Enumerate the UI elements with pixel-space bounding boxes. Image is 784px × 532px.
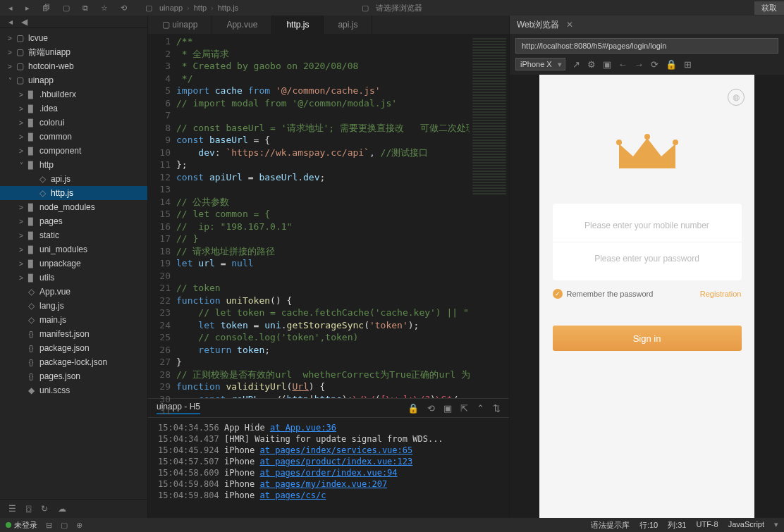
grid-icon[interactable]: ⊞ [684,59,692,70]
tree-item-lang-js[interactable]: lang.js [0,299,147,313]
misc-icon[interactable]: ⊕ [76,521,82,530]
tab-api-js[interactable]: api.js [324,16,372,34]
remember-label: Remember the password [567,290,654,298]
console-output[interactable]: 15:04:34.356 App Hide at App.vue:3615:04… [148,418,509,518]
lock-icon[interactable]: 🔒 [408,403,419,414]
cloud-icon[interactable]: ☁ [58,504,66,514]
tree-item-manifest-json[interactable]: manifest.json [0,327,147,341]
tree-item-utils[interactable]: >utils [0,271,147,285]
tree-item--idea[interactable]: >.idea [0,101,147,116]
login-card: Please enter your mobile number Please e… [553,204,742,280]
open-external-icon[interactable]: ↗ [572,59,580,70]
nav-lock-icon[interactable]: 🔒 [666,59,677,70]
console-link[interactable]: at pages/product/index.vue:123 [260,457,413,466]
tab-App-vue[interactable]: App.vue [212,16,272,34]
file-tree: >lcvue>前端uniapp>hotcoin-web˅uinapp>.hbui… [0,28,147,499]
tree-item-package-json[interactable]: package.json [0,341,147,355]
editor-area: ▢ uinappApp.vuehttp.jsapi.js 12345678910… [148,16,509,518]
login-status[interactable]: 未登录 [6,520,37,531]
stop-icon[interactable]: ▣ [443,403,452,414]
file-icon[interactable]: 🗐 [42,4,50,13]
tree-item-lcvue[interactable]: >lcvue [0,31,147,45]
folder-icon[interactable]: ▢ [63,4,70,13]
tree-item-unpackage[interactable]: >unpackage [0,256,147,271]
encoding-indicator[interactable]: UTF-8 [696,520,718,531]
tree-item-static[interactable]: >static [0,228,147,242]
line-gutter: 1234567891011121314151617181920212223242… [148,34,176,398]
list-icon[interactable]: ⊟ [46,521,52,530]
minimap[interactable] [470,34,509,398]
tree-item-App-vue[interactable]: App.vue [0,285,147,299]
tree-item-前端uniapp[interactable]: >前端uniapp [0,45,147,59]
topbar: ◂ ▸ 🗐 ▢ ⧉ ☆ ⟲ ▢ uinapp› http› http.js ▢ … [0,0,784,16]
svg-point-1 [644,134,650,140]
password-input[interactable]: Please enter your password [553,242,742,275]
nav-back-icon[interactable]: ← [618,59,627,70]
status-bar: 未登录 ⊟ ▢ ⊕ 语法提示库 行:10 列:31 UTF-8 JavaScri… [0,518,784,532]
tree-item-uni-scss[interactable]: uni.scss [0,383,147,397]
svg-point-2 [673,140,678,145]
device-select[interactable]: iPhone X [515,58,565,70]
sync-icon[interactable]: ↻ [41,504,48,514]
tree-item-http[interactable]: ˅http [0,158,147,172]
outline-icon[interactable]: ☰ [8,504,16,514]
tree-item-api-js[interactable]: api.js [0,172,147,186]
remember-checkbox[interactable]: ✓ [553,289,563,299]
console-link[interactable]: at pages/index/services.vue:65 [260,445,413,455]
col-indicator[interactable]: 列:31 [668,520,686,531]
swap-icon[interactable]: ⇅ [493,403,501,414]
tab-http-js[interactable]: http.js [272,16,324,34]
topbar-right-button[interactable]: 获取 [754,1,784,15]
collapse-icon[interactable]: ◂ [8,17,13,27]
syntax-hint[interactable]: 语法提示库 [591,520,630,531]
bug-icon[interactable]: ⌼ [26,504,31,514]
url-bar[interactable]: http://localhost:8080/h5#/pages/login/lo… [515,38,778,54]
expand-icon[interactable]: ◀ [21,17,27,27]
reload-icon[interactable]: ⟲ [427,403,435,414]
tab-icon[interactable]: ⧉ [82,4,88,13]
screenshot-icon[interactable]: ▣ [603,59,611,70]
tree-item-uni_modules[interactable]: >uni_modules [0,242,147,256]
console-link[interactable]: at App.vue:36 [270,423,336,433]
signin-button[interactable]: Sign in [553,326,742,351]
console-link[interactable]: at pages/my/index.vue:207 [260,479,388,489]
settings-icon[interactable]: ⚙ [587,59,596,70]
browser-panel: Web浏览器 ✕ http://localhost:8080/h5#/pages… [509,16,784,518]
tab-uinapp[interactable]: ▢ uinapp [148,16,212,34]
console-link[interactable]: at pages/cs/c [260,490,326,500]
star-icon[interactable]: ☆ [101,4,108,13]
language-indicator[interactable]: JavaScript [728,520,764,531]
tree-item-uinapp[interactable]: ˅uinapp [0,73,147,87]
console-link[interactable]: at pages/order/index.vue:94 [260,468,398,478]
tree-item-hotcoin-web[interactable]: >hotcoin-web [0,59,147,73]
nav-forward-icon[interactable]: → [635,59,644,70]
refresh-icon[interactable]: ⟲ [121,4,127,13]
registration-link[interactable]: Registration [700,290,742,298]
tree-item-main-js[interactable]: main.js [0,313,147,327]
code-editor[interactable]: /** * 全局请求 * Created by gaobo on 2020/08… [176,34,470,398]
more-icon[interactable]: ▾ [774,520,778,531]
terminal-icon[interactable]: ▢ [61,521,68,530]
tree-item-colorui[interactable]: >colorui [0,116,147,130]
tree-item-pages-json[interactable]: pages.json [0,369,147,383]
tree-item-component[interactable]: >component [0,144,147,158]
line-indicator[interactable]: 行:10 [639,520,658,531]
tree-item-pages[interactable]: >pages [0,214,147,228]
export-icon[interactable]: ⇱ [460,403,468,414]
close-icon[interactable]: ✕ [566,20,573,30]
browser-select-icon[interactable]: ▢ [362,4,369,13]
svg-point-0 [616,140,622,145]
browser-tab[interactable]: Web浏览器 ✕ [510,16,784,34]
tree-item-http-js[interactable]: http.js [0,186,147,200]
mobile-input[interactable]: Please enter your mobile number [553,209,742,242]
tree-item-node_modules[interactable]: >node_modules [0,200,147,214]
tree-item-common[interactable]: >common [0,130,147,144]
collapse-up-icon[interactable]: ⌃ [477,403,484,414]
tree-item--hbuilderx[interactable]: >.hbuilderx [0,87,147,101]
tree-item-package-lock-json[interactable]: package-lock.json [0,355,147,369]
nav-refresh-icon[interactable]: ⟳ [651,59,659,70]
forward-icon[interactable]: ▸ [25,4,30,13]
breadcrumb: ▢ uinapp› http› http.js [135,4,238,13]
back-icon[interactable]: ◂ [8,4,13,13]
globe-icon[interactable]: ◍ [728,89,745,106]
